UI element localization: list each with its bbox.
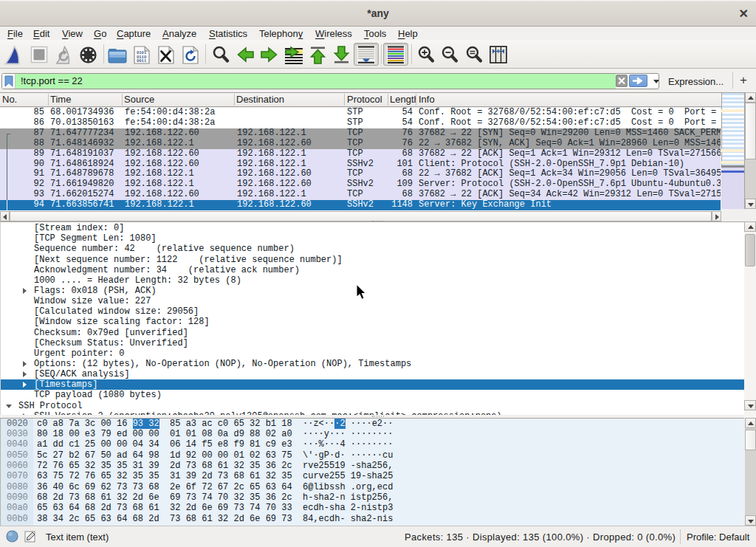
svg-text:0011: 0011 [137, 58, 147, 63]
